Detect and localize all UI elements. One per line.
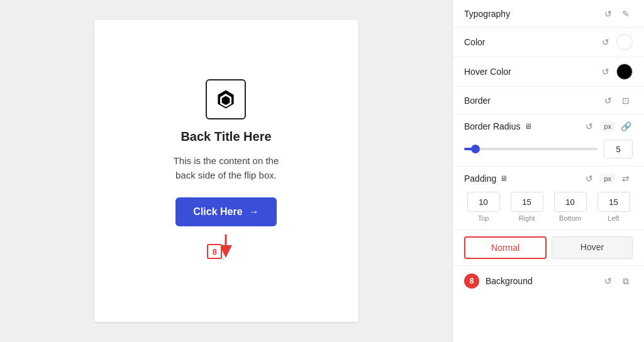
hover-color-label: Hover Color: [464, 67, 599, 77]
border-radius-label: Border Radius 🖥: [464, 121, 582, 131]
padding-left-input[interactable]: [597, 192, 630, 212]
back-title: Back Title Here: [180, 130, 271, 144]
border-radius-reset-icon[interactable]: ↺: [582, 119, 596, 133]
padding-bottom-cell: Bottom: [551, 192, 589, 222]
arrow-indicator-area: 8: [174, 231, 279, 263]
typography-actions: ↺ ✎: [601, 7, 633, 21]
hover-color-reset-icon[interactable]: ↺: [599, 65, 613, 79]
border-row: Border ↺ ⊡: [453, 87, 644, 114]
padding-section: Padding 🖥 ↺ px ⇄ Top Right Bottom: [453, 167, 644, 230]
arrow-right-icon: →: [249, 206, 259, 218]
state-tabs: Normal Hover: [453, 230, 644, 266]
click-btn-label: Click Here: [193, 206, 242, 218]
padding-top-label: Top: [478, 214, 489, 222]
border-radius-value-input[interactable]: 5: [604, 140, 633, 158]
normal-tab[interactable]: Normal: [464, 236, 547, 259]
border-actions: ↺ ⊡: [601, 94, 633, 108]
hover-tab[interactable]: Hover: [552, 236, 633, 259]
color-row: Color ↺: [453, 28, 644, 57]
hover-color-row: Hover Color ↺: [453, 57, 644, 87]
icon-box: [206, 79, 246, 119]
flip-card-content: Back Title Here This is the content on t…: [155, 60, 298, 282]
typography-reset-icon[interactable]: ↺: [601, 7, 615, 21]
padding-left-cell: Left: [594, 192, 633, 222]
click-here-button[interactable]: Click Here →: [175, 197, 276, 226]
padding-right-label: Right: [519, 214, 535, 222]
padding-reset-icon[interactable]: ↺: [582, 172, 596, 185]
back-description: This is the content on theback side of t…: [174, 154, 279, 182]
typography-edit-icon[interactable]: ✎: [619, 7, 633, 21]
canvas-area: Back Title Here This is the content on t…: [0, 0, 452, 342]
padding-right-input[interactable]: [511, 192, 543, 212]
background-label: Background: [486, 276, 601, 286]
right-panel: Typography ↺ ✎ Color ↺ Hover Color ↺ Bor…: [452, 0, 644, 342]
border-edit-icon[interactable]: ⊡: [619, 94, 633, 108]
typography-label: Typography: [464, 9, 601, 19]
color-reset-icon[interactable]: ↺: [599, 35, 613, 49]
background-row: 8 Background ↺ ⧉: [453, 266, 644, 296]
padding-link-icon[interactable]: ⇄: [619, 172, 633, 185]
padding-monitor-icon[interactable]: 🖥: [500, 174, 508, 183]
padding-unit[interactable]: px: [600, 174, 615, 184]
slider-thumb[interactable]: [471, 145, 480, 153]
border-radius-section: Border Radius 🖥 ↺ px 🔗 5: [453, 114, 644, 167]
padding-label: Padding 🖥: [464, 174, 582, 184]
badge-8-panel: 8: [464, 273, 479, 289]
hover-color-actions: ↺: [599, 63, 633, 80]
slider-track: [464, 148, 597, 150]
typography-row: Typography ↺ ✎: [453, 0, 644, 28]
slider-container: [464, 148, 597, 150]
badge-8-canvas: 8: [207, 244, 222, 259]
color-picker-white[interactable]: [616, 34, 633, 50]
padding-actions: ↺ px ⇄: [582, 172, 633, 185]
padding-top-input[interactable]: [467, 192, 500, 212]
color-picker-black[interactable]: [616, 63, 633, 80]
padding-top-cell: Top: [464, 192, 502, 222]
border-reset-icon[interactable]: ↺: [601, 94, 615, 108]
br-actions: ↺ px 🔗: [582, 119, 633, 133]
padding-bottom-label: Bottom: [559, 214, 581, 222]
color-label: Color: [464, 37, 599, 47]
flip-card-container: Back Title Here This is the content on t…: [94, 20, 358, 322]
padding-bottom-input[interactable]: [554, 192, 587, 212]
padding-grid: Top Right Bottom Left: [464, 192, 633, 222]
padding-right-cell: Right: [508, 192, 546, 222]
padding-header: Padding 🖥 ↺ px ⇄: [464, 172, 633, 185]
background-reset-icon[interactable]: ↺: [601, 274, 615, 288]
slider-row: 5: [464, 140, 633, 158]
border-label: Border: [464, 96, 601, 106]
color-actions: ↺: [599, 34, 633, 50]
border-radius-header: Border Radius 🖥 ↺ px 🔗: [464, 119, 633, 133]
monitor-icon[interactable]: 🖥: [525, 122, 532, 131]
background-actions: ↺ ⧉: [601, 274, 633, 288]
padding-left-label: Left: [608, 214, 619, 222]
hive-icon: [214, 88, 237, 111]
border-radius-link-icon[interactable]: 🔗: [619, 119, 633, 133]
background-copy-icon[interactable]: ⧉: [619, 274, 633, 288]
border-radius-unit[interactable]: px: [600, 121, 615, 131]
